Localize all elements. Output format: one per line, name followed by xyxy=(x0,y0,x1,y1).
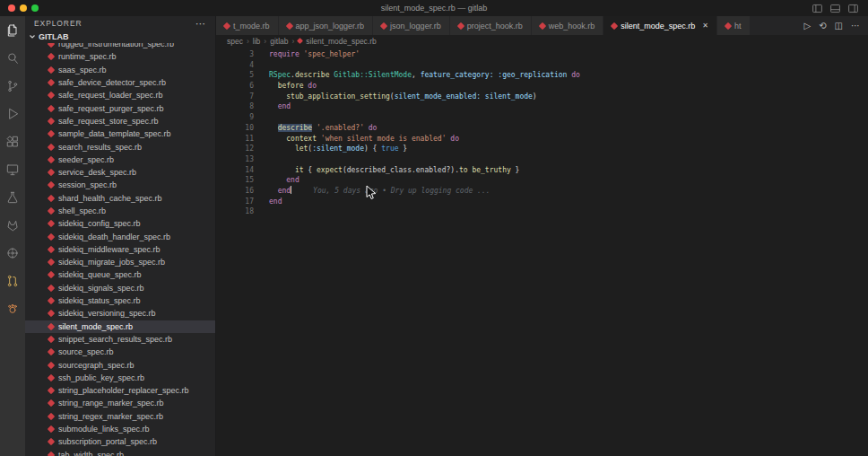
code-line[interactable]: 10 describe '.enabled?' do xyxy=(216,123,868,134)
breadcrumb-item[interactable]: lib xyxy=(253,37,261,46)
file-item[interactable]: saas_spec.rb xyxy=(25,64,215,76)
file-item[interactable]: safe_request_store_spec.rb xyxy=(25,115,215,127)
file-item[interactable]: sample_data_template_spec.rb xyxy=(25,127,215,140)
ruby-file-icon xyxy=(48,246,55,253)
file-item[interactable]: sourcegraph_spec.rb xyxy=(25,358,215,371)
extensions-icon[interactable] xyxy=(3,132,22,152)
file-item[interactable]: session_spec.rb xyxy=(25,179,215,191)
file-item[interactable]: sidekiq_migrate_jobs_spec.rb xyxy=(25,256,215,268)
file-item[interactable]: sidekiq_signals_spec.rb xyxy=(25,282,215,294)
minimize-window-button[interactable] xyxy=(20,4,27,12)
file-item[interactable]: ssh_public_key_spec.rb xyxy=(25,372,215,384)
testing-icon[interactable] xyxy=(3,188,22,207)
file-item[interactable]: string_placeholder_replacer_spec.rb xyxy=(25,384,215,397)
search-icon[interactable] xyxy=(3,48,22,68)
split-editor-icon[interactable]: ◫ xyxy=(835,22,843,31)
toggle-sidebar-icon[interactable] xyxy=(812,3,823,14)
source-control-icon[interactable] xyxy=(3,76,22,96)
file-item[interactable]: string_range_marker_spec.rb xyxy=(25,397,215,409)
ruby-file-icon xyxy=(48,66,55,73)
file-item[interactable]: shell_spec.rb xyxy=(25,205,215,217)
file-item[interactable]: seeder_spec.rb xyxy=(25,153,215,166)
line-number: 9 xyxy=(216,112,269,123)
ruby-file-icon xyxy=(223,22,230,29)
code-line[interactable]: 6 before do xyxy=(216,81,868,92)
file-item[interactable]: service_desk_spec.rb xyxy=(25,166,215,179)
code-line[interactable]: 8 end xyxy=(216,101,868,112)
file-item[interactable]: sidekiq_versioning_spec.rb xyxy=(25,307,215,320)
tab-project_hook.rb[interactable]: project_hook.rb xyxy=(450,16,532,35)
file-item[interactable]: subscription_portal_spec.rb xyxy=(25,435,215,448)
run-icon[interactable]: ▷ xyxy=(803,22,811,31)
file-item[interactable]: sidekiq_status_spec.rb xyxy=(25,294,215,307)
file-name: rugged_instrumentation_spec.rb xyxy=(58,43,174,48)
ruby-file-icon xyxy=(48,297,55,304)
explorer-header: EXPLORER ⋯ xyxy=(25,16,215,31)
toggle-secondary-sidebar-icon[interactable] xyxy=(847,3,859,14)
file-item[interactable]: submodule_links_spec.rb xyxy=(25,423,215,435)
code-line[interactable]: 13 xyxy=(216,154,868,165)
file-name: snippet_search_results_spec.rb xyxy=(58,335,172,344)
file-item[interactable]: sidekiq_queue_spec.rb xyxy=(25,268,215,281)
run-debug-icon[interactable] xyxy=(3,104,22,124)
file-name: silent_mode_spec.rb xyxy=(58,322,133,331)
code-line[interactable]: 15 end xyxy=(216,175,868,186)
file-name: safe_request_store_spec.rb xyxy=(58,117,159,126)
zoom-window-button[interactable] xyxy=(31,4,39,12)
close-window-button[interactable] xyxy=(8,4,15,12)
file-item[interactable]: safe_request_loader_spec.rb xyxy=(25,89,215,101)
breadcrumb-item[interactable]: spec xyxy=(227,37,243,46)
breadcrumb-item[interactable]: silent_mode_spec.rb xyxy=(306,37,376,46)
tab-json_logger.rb[interactable]: json_logger.rb xyxy=(373,16,450,35)
file-item[interactable]: sidekiq_middleware_spec.rb xyxy=(25,243,215,256)
tab-web_hook.rb[interactable]: web_hook.rb xyxy=(532,16,604,35)
code-line[interactable]: 4 xyxy=(216,60,868,71)
tab-app_json_logger.rb[interactable]: app_json_logger.rb xyxy=(279,16,374,35)
file-item[interactable]: sidekiq_config_spec.rb xyxy=(25,217,215,230)
ruby-file-icon xyxy=(48,130,55,137)
close-tab-icon[interactable]: ✕ xyxy=(702,22,708,30)
file-item[interactable]: string_regex_marker_spec.rb xyxy=(25,410,215,423)
code-line[interactable]: 16 endYou, 5 days ago • Dry up logging c… xyxy=(216,186,868,197)
project-section-header[interactable]: GITLAB xyxy=(25,31,215,43)
file-item[interactable]: snippet_search_results_spec.rb xyxy=(25,333,215,346)
code-line[interactable]: 3require 'spec_helper' xyxy=(216,49,868,60)
file-item[interactable]: source_spec.rb xyxy=(25,346,215,358)
code-line[interactable]: 12 let(:silent_mode) { true } xyxy=(216,144,868,154)
more-actions-icon[interactable]: ⋯ xyxy=(851,22,860,31)
code-line[interactable]: 7 stub_application_setting(silent_mode_e… xyxy=(216,92,868,102)
code-line[interactable]: 14 it { expect(described_class.enabled?)… xyxy=(216,165,868,176)
code-line[interactable]: 17end xyxy=(216,197,868,207)
tab-ht[interactable]: ht xyxy=(717,16,751,35)
file-item[interactable]: tab_width_spec.rb xyxy=(25,449,215,456)
file-item[interactable]: search_results_spec.rb xyxy=(25,140,215,153)
file-item[interactable]: safe_device_detector_spec.rb xyxy=(25,76,215,89)
code-line[interactable]: 18 xyxy=(216,206,868,217)
ruby-file-icon xyxy=(48,194,55,201)
code-line[interactable]: 9 xyxy=(216,112,868,123)
gitlab-duo-icon[interactable] xyxy=(3,299,22,319)
file-item[interactable]: shard_health_cache_spec.rb xyxy=(25,192,215,205)
file-item[interactable]: safe_request_purger_spec.rb xyxy=(25,101,215,114)
code-line[interactable]: 11 context 'when silent mode is enabled'… xyxy=(216,134,868,145)
history-icon[interactable]: ⟲ xyxy=(819,22,826,31)
tab-silent_mode_spec.rb[interactable]: silent_mode_spec.rb✕ xyxy=(603,16,717,35)
file-item[interactable]: runtime_spec.rb xyxy=(25,50,215,63)
breadcrumb-item[interactable]: gitlab xyxy=(270,37,288,46)
code-editor[interactable]: 3require 'spec_helper'45RSpec.describe G… xyxy=(216,47,868,456)
code-line[interactable]: 5RSpec.describe Gitlab::SilentMode, feat… xyxy=(216,70,868,81)
file-item[interactable]: rugged_instrumentation_spec.rb xyxy=(25,43,215,50)
gitlab-icon[interactable] xyxy=(3,215,22,235)
explorer-more-actions-icon[interactable]: ⋯ xyxy=(195,19,206,29)
ruby-file-icon xyxy=(48,336,55,343)
line-number: 5 xyxy=(216,70,269,81)
pull-request-icon[interactable] xyxy=(3,271,22,291)
toggle-panel-icon[interactable] xyxy=(829,3,841,14)
file-item[interactable]: silent_mode_spec.rb xyxy=(25,320,215,333)
explorer-icon[interactable] xyxy=(3,21,22,40)
explorer-title: EXPLORER xyxy=(34,19,82,28)
file-item[interactable]: sidekiq_death_handler_spec.rb xyxy=(25,230,215,242)
remote-explorer-icon[interactable] xyxy=(3,160,22,180)
kubernetes-icon[interactable] xyxy=(3,243,22,263)
tab-t_mode.rb[interactable]: t_mode.rb xyxy=(216,16,279,35)
